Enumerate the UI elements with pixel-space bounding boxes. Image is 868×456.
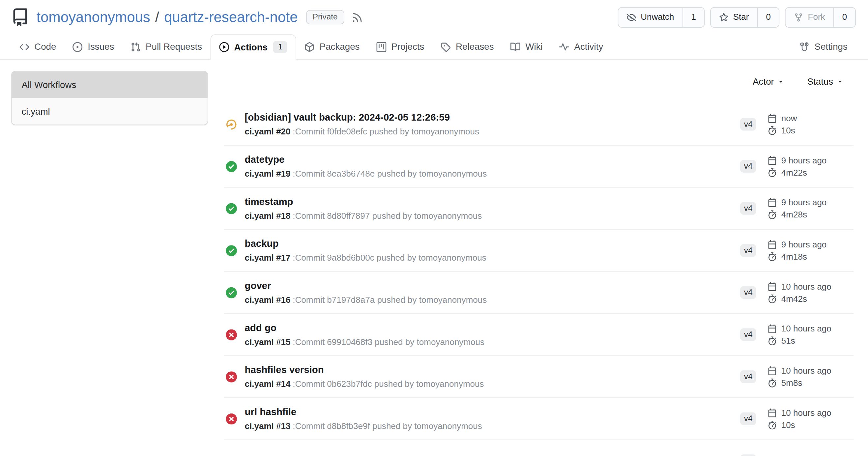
run-duration-text: 4m28s [781, 210, 807, 219]
workflow-run-row[interactable]: goverci.yaml #16:Commit b7197d8a7a pushe… [224, 272, 854, 314]
version-badge: v4 [740, 160, 756, 173]
run-title-link[interactable]: datetype [245, 153, 740, 167]
workflow-run-row[interactable]: [obsidian] vault backup: 2024-02-05 12:2… [224, 103, 854, 145]
pull-request-icon [131, 42, 141, 52]
code-icon [20, 42, 29, 52]
tab-issues[interactable]: Issues [65, 34, 123, 59]
run-info: url hashfileci.yaml #13:Commit d8b8fb3e9… [245, 405, 740, 432]
workflow-run-row[interactable]: url hashfileci.yaml #13:Commit d8b8fb3e9… [224, 398, 854, 440]
tab-pull-requests-label: Pull Requests [146, 41, 202, 52]
in-progress-icon [226, 119, 237, 130]
fork-button[interactable]: Fork [786, 8, 834, 27]
run-duration: 10s [768, 420, 831, 429]
run-date: 10 hours ago [768, 324, 831, 333]
run-description: :Commit 69910468f3 pushed by tomoyanonym… [292, 337, 485, 347]
status-filter-dropdown[interactable]: Status [807, 76, 843, 87]
run-title-link[interactable]: add cache again [245, 453, 740, 456]
run-description: :Commit f0fde08efc pushed by tomoyanonym… [292, 127, 479, 136]
run-info: goverci.yaml #16:Commit b7197d8a7a pushe… [245, 279, 740, 306]
stopwatch-icon [768, 336, 777, 345]
run-title-link[interactable]: hashfiles version [245, 363, 740, 377]
stopwatch-icon [768, 168, 777, 177]
sidebar-item-ci-yaml[interactable]: ci.yaml [11, 98, 208, 125]
version-badge: v4 [740, 328, 756, 341]
run-meta: v410 hours ago5m8s [740, 366, 854, 387]
unwatch-count[interactable]: 1 [683, 8, 704, 27]
run-title-link[interactable]: backup [245, 237, 740, 251]
actor-filter-dropdown[interactable]: Actor [753, 76, 784, 87]
run-title-link[interactable]: [obsidian] vault backup: 2024-02-05 12:2… [245, 111, 740, 125]
rss-icon[interactable] [352, 11, 363, 23]
workflow-run-row[interactable]: datetypeci.yaml #19:Commit 8ea3b6748e pu… [224, 145, 854, 188]
sidebar-item-all-workflows[interactable]: All Workflows [11, 71, 208, 98]
workflow-run-row[interactable]: hashfiles versionci.yaml #14:Commit 0b62… [224, 356, 854, 398]
tab-pull-requests[interactable]: Pull Requests [122, 34, 210, 59]
run-title-link[interactable]: add go [245, 321, 740, 335]
book-icon [510, 42, 520, 52]
version-badge: v4 [740, 118, 756, 130]
workflow-run-row[interactable]: add cache againv410 hours ago [224, 440, 854, 456]
x-circle-icon [226, 329, 237, 340]
run-workflow-ref: ci.yaml #18 [245, 211, 290, 221]
run-duration-text: 4m42s [781, 294, 807, 303]
run-date: now [768, 114, 797, 123]
star-button[interactable]: Star [711, 8, 757, 27]
calendar-icon [768, 408, 777, 417]
star-count[interactable]: 0 [757, 8, 779, 27]
tab-settings[interactable]: Settings [791, 34, 856, 59]
calendar-icon [768, 156, 777, 165]
run-workflow-ref: ci.yaml #17 [245, 253, 290, 263]
run-info: [obsidian] vault backup: 2024-02-05 12:2… [245, 111, 740, 138]
workflow-run-row[interactable]: backupci.yaml #17:Commit 9a8bd6b00c push… [224, 230, 854, 272]
unwatch-button[interactable]: Unwatch [619, 8, 683, 27]
version-badge: v4 [740, 202, 756, 215]
check-circle-icon [226, 245, 237, 256]
tab-projects[interactable]: Projects [368, 34, 433, 59]
run-date: 10 hours ago [768, 282, 831, 291]
run-info: hashfiles versionci.yaml #14:Commit 0b62… [245, 363, 740, 390]
calendar-icon [768, 324, 777, 333]
tab-issues-label: Issues [88, 41, 114, 52]
pulse-icon [559, 42, 569, 52]
fork-label: Fork [808, 12, 825, 22]
repo-name-link[interactable]: quartz-research-note [164, 8, 298, 26]
tab-settings-label: Settings [815, 41, 847, 52]
run-date: 10 hours ago [768, 366, 831, 375]
tab-releases[interactable]: Releases [433, 34, 502, 59]
tools-icon [800, 42, 809, 52]
run-title-link[interactable]: gover [245, 279, 740, 293]
run-duration: 4m18s [768, 252, 827, 261]
version-badge: v4 [740, 286, 756, 299]
tab-code[interactable]: Code [11, 34, 65, 59]
run-subtitle: ci.yaml #13:Commit d8b8fb3e9f pushed by … [245, 420, 740, 432]
version-badge: v4 [740, 454, 756, 456]
unwatch-label: Unwatch [641, 12, 674, 22]
page: tomoyanonymous / quartz-research-note Pr… [0, 0, 868, 456]
stopwatch-icon [768, 210, 777, 219]
tab-actions[interactable]: Actions1 [210, 34, 296, 60]
run-duration: 4m28s [768, 210, 827, 219]
stopwatch-icon [768, 252, 777, 261]
workflow-run-row[interactable]: timestampci.yaml #18:Commit 8d80ff7897 p… [224, 188, 854, 230]
version-badge: v4 [740, 412, 756, 425]
stopwatch-icon [768, 126, 777, 135]
workflow-run-row[interactable]: add goci.yaml #15:Commit 69910468f3 push… [224, 314, 854, 356]
run-date-text: 10 hours ago [781, 408, 831, 417]
run-workflow-ref: ci.yaml #14 [245, 379, 290, 389]
run-date: 10 hours ago [768, 408, 831, 417]
tab-activity[interactable]: Activity [551, 34, 612, 59]
run-times: now10s [768, 114, 797, 135]
run-date-text: 10 hours ago [781, 366, 831, 375]
run-meta: v49 hours ago4m28s [740, 198, 854, 219]
run-times: 9 hours ago4m22s [768, 156, 827, 177]
run-title-link[interactable]: url hashfile [245, 405, 740, 419]
run-title-link[interactable]: timestamp [245, 195, 740, 209]
tab-packages[interactable]: Packages [296, 34, 368, 59]
tab-wiki[interactable]: Wiki [502, 34, 551, 59]
fork-count[interactable]: 0 [834, 8, 855, 27]
check-circle-icon [226, 287, 237, 298]
calendar-icon [768, 240, 777, 249]
stopwatch-icon [768, 294, 777, 303]
repo-owner-link[interactable]: tomoyanonymous [37, 8, 150, 26]
version-badge: v4 [740, 370, 756, 383]
